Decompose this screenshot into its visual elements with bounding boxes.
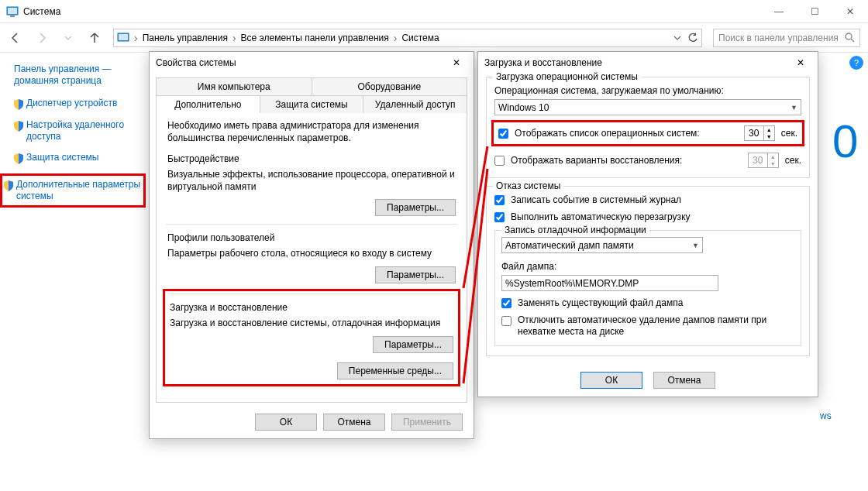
spinner-up[interactable]: ▲: [764, 126, 774, 133]
tab-hardware[interactable]: Оборудование: [312, 77, 468, 95]
svg-rect-1: [8, 8, 17, 14]
profiles-params-button[interactable]: Параметры...: [375, 266, 456, 283]
dump-file-input[interactable]: %SystemRoot%\MEMORY.DMP: [501, 275, 718, 291]
svg-rect-4: [119, 34, 128, 40]
disable-autodelete-label: Отключить автоматическое удаление дампов…: [518, 314, 794, 338]
log-event-checkbox[interactable]: [494, 195, 505, 205]
sec-label: сек.: [785, 155, 801, 166]
chevron-down-icon: ▼: [692, 242, 699, 249]
spinner-up: ▲: [768, 153, 778, 160]
search-placeholder: Поиск в панели управления: [718, 33, 839, 43]
up-button[interactable]: [87, 30, 102, 46]
recovery-timeout-spinner: 30 ▲▼: [748, 153, 779, 168]
log-event-label: Записать событие в системный журнал: [511, 194, 681, 205]
system-startup-fieldset: Загрузка операционной системы Операционн…: [486, 77, 810, 178]
back-button[interactable]: [8, 30, 23, 46]
group-desc: Загрузка и восстановление системы, отлад…: [170, 318, 453, 330]
sidebar-item-protection[interactable]: Защита системы: [14, 152, 143, 164]
dump-file-value: %SystemRoot%\MEMORY.DMP: [505, 278, 639, 289]
env-vars-button[interactable]: Переменные среды...: [337, 362, 453, 379]
crumb-sep[interactable]: [394, 32, 398, 44]
spinner-down: ▼: [768, 160, 778, 167]
crumb-sep[interactable]: [232, 32, 236, 44]
system-properties-dialog: Свойства системы ✕ Имя компьютера Оборуд…: [149, 51, 474, 439]
cancel-button[interactable]: Отмена: [323, 414, 385, 431]
tab-advanced[interactable]: Дополнительно: [156, 95, 260, 113]
chevron-down-icon: ▼: [790, 104, 797, 112]
sidebar-item-advanced[interactable]: Дополнительные параметры системы: [4, 179, 142, 202]
ok-button[interactable]: ОК: [580, 372, 642, 389]
oslist-timeout-highlight: Отображать список операционных систем: 3…: [491, 120, 804, 146]
crumb-0[interactable]: Панель управления: [143, 33, 228, 43]
crumb-sep[interactable]: [134, 32, 138, 44]
dialog-title: Свойства системы: [156, 57, 236, 68]
tab-computer-name[interactable]: Имя компьютера: [156, 77, 312, 95]
dialog-footer: ОК Отмена Применить: [150, 406, 474, 438]
dialog-close-button[interactable]: ✕: [446, 55, 467, 70]
recent-dropdown[interactable]: [60, 30, 76, 46]
crumb-2[interactable]: Система: [401, 33, 439, 43]
combo-value: Windows 10: [498, 102, 549, 113]
shield-icon: [14, 99, 23, 110]
sidebar-item-remote[interactable]: Настройка удаленного доступа: [14, 119, 143, 142]
combo-value: Автоматический дамп памяти: [505, 240, 634, 251]
spinner-down[interactable]: ▼: [764, 133, 774, 140]
auto-restart-checkbox[interactable]: [494, 212, 505, 222]
window-title: Система: [23, 6, 60, 17]
minimize-button[interactable]: —: [761, 0, 797, 23]
address-bar[interactable]: Панель управления Все элементы панели уп…: [113, 29, 702, 47]
address-dropdown[interactable]: [673, 34, 681, 42]
sidebar-item-advanced-selected: Дополнительные параметры системы: [0, 173, 146, 208]
refresh-button[interactable]: [687, 33, 698, 43]
close-button[interactable]: ✕: [832, 0, 868, 23]
oslist-option-row: Отображать список операционных систем: 3…: [498, 125, 797, 141]
titlebar: Система — ☐ ✕: [0, 0, 868, 23]
overwrite-dump-checkbox[interactable]: [501, 298, 512, 308]
group-title: Загрузка и восстановление: [170, 302, 453, 313]
startup-recovery-group: Загрузка и восстановление Загрузка и вос…: [170, 302, 453, 353]
tab-protection[interactable]: Защита системы: [260, 95, 364, 113]
help-icon[interactable]: ?: [849, 56, 863, 70]
shield-icon: [4, 180, 13, 191]
recovery-option-row: Отображать варианты восстановления: 30 ▲…: [494, 153, 801, 168]
forward-button[interactable]: [34, 30, 50, 46]
show-oslist-checkbox[interactable]: [498, 129, 508, 139]
show-recovery-checkbox[interactable]: [494, 156, 505, 166]
navbar: Панель управления Все элементы панели уп…: [0, 23, 868, 53]
default-os-combo[interactable]: Windows 10 ▼: [494, 99, 801, 115]
svg-rect-2: [10, 15, 15, 17]
oslist-timeout-spinner[interactable]: 30 ▲▼: [744, 125, 775, 141]
search-input[interactable]: Поиск в панели управления: [713, 29, 860, 47]
admin-note: Необходимо иметь права администратора дл…: [167, 120, 456, 144]
dialog-footer: ОК Отмена: [478, 364, 818, 397]
apply-button[interactable]: Применить: [391, 414, 463, 431]
auto-restart-row: Выполнить автоматическую перезагрузку: [494, 211, 801, 222]
fieldset-title: Отказ системы: [493, 180, 563, 191]
ok-button[interactable]: ОК: [255, 414, 317, 431]
crumb-1[interactable]: Все элементы панели управления: [241, 33, 389, 43]
cancel-button[interactable]: Отмена: [653, 372, 715, 389]
tab-remote[interactable]: Удаленный доступ: [363, 95, 467, 113]
nodelete-row: Отключить автоматическое удаление дампов…: [501, 314, 794, 338]
startup-params-button[interactable]: Параметры...: [373, 336, 453, 353]
location-icon: [117, 32, 129, 44]
sec-label: сек.: [781, 128, 797, 139]
dialog-close-button[interactable]: ✕: [790, 55, 811, 70]
sidebar-home[interactable]: Панель управления — домашняя страница: [14, 64, 143, 87]
dump-type-combo[interactable]: Автоматический дамп памяти ▼: [501, 237, 703, 253]
group-desc: Параметры рабочего стола, относящиеся ко…: [167, 248, 456, 260]
performance-params-button[interactable]: Параметры...: [375, 199, 456, 216]
tabs-row-lower: Дополнительно Защита системы Удаленный д…: [156, 94, 467, 112]
sidebar-item-label: Защита системы: [26, 152, 98, 163]
maximize-button[interactable]: ☐: [797, 0, 832, 23]
auto-restart-label: Выполнить автоматическую перезагрузку: [511, 211, 691, 222]
startup-recovery-highlight: Загрузка и восстановление Загрузка и вос…: [163, 289, 460, 386]
default-os-label: Операционная система, загружаемая по умо…: [494, 85, 801, 96]
sidebar-item-device-manager[interactable]: Диспетчер устройств: [14, 98, 143, 110]
sidebar: Панель управления — домашняя страница Ди…: [0, 56, 146, 208]
shield-icon: [14, 153, 23, 164]
svg-line-6: [851, 39, 854, 42]
show-recovery-label: Отображать варианты восстановления:: [511, 155, 742, 166]
disable-autodelete-checkbox[interactable]: [501, 316, 512, 326]
spinner-value: 30: [749, 155, 767, 166]
